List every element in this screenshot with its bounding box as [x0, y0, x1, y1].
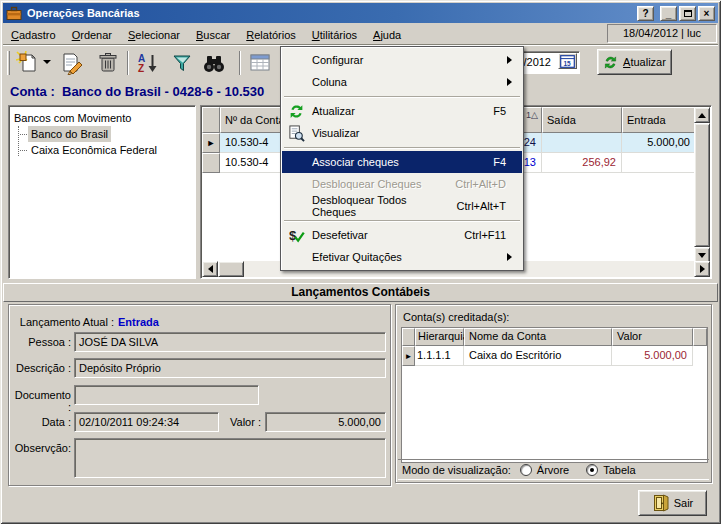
- close-button[interactable]: ×: [698, 6, 715, 21]
- documento-field[interactable]: [74, 385, 259, 405]
- radio-arvore[interactable]: [520, 464, 532, 476]
- delete-icon: [97, 51, 119, 75]
- menu-item-coluna[interactable]: Coluna: [282, 71, 522, 93]
- new-record-dropdown-arrow[interactable]: [43, 60, 51, 68]
- window-title: Operações Bancárias: [27, 7, 635, 19]
- menu-item-label: Associar cheques: [312, 156, 399, 168]
- app-briefcase-icon: [6, 6, 22, 21]
- menu-separator: [284, 147, 520, 148]
- scroll-right-button[interactable]: [694, 261, 710, 277]
- refresh-button[interactable]: Atualizar: [597, 49, 672, 75]
- help-button[interactable]: ?: [637, 6, 654, 21]
- new-record-icon: [16, 51, 40, 75]
- menu-bar: Cadastro Ordenar Selecionar Buscar Relat…: [3, 25, 409, 44]
- grid-header-saida[interactable]: Saída: [542, 107, 622, 133]
- row-marker: [202, 153, 220, 173]
- toolbar-separator: [239, 51, 241, 75]
- tree-item-caixa-economica[interactable]: Caixa Econômica Federal: [28, 142, 160, 158]
- tree-item-banco-do-brasil[interactable]: Banco do Brasil: [28, 126, 111, 142]
- valor-label: Valor :: [224, 416, 261, 428]
- scroll-left-button[interactable]: [202, 261, 218, 277]
- pessoa-field[interactable]: JOSÉ DA SILVA: [74, 332, 386, 352]
- menu-item-label: Desbloquear Todos Cheques: [312, 194, 438, 218]
- view-mode-label: Modo de visualização:: [402, 464, 511, 476]
- svg-text:A: A: [138, 53, 145, 64]
- vertical-scroll-thumb[interactable]: [694, 123, 710, 247]
- refresh-icon: [603, 55, 618, 70]
- menu-cadastro[interactable]: Cadastro: [3, 27, 64, 43]
- right-arrow-icon: [700, 265, 709, 273]
- menu-item-atualizar[interactable]: Atualizar F5: [282, 100, 522, 122]
- grid-icon: [248, 51, 272, 75]
- descricao-field[interactable]: Depósito Próprio: [74, 358, 386, 378]
- credited-header-nome[interactable]: Nome da Conta: [464, 328, 612, 346]
- data-field[interactable]: 02/10/2011 09:24:34: [74, 412, 219, 432]
- menu-ajuda[interactable]: Ajuda: [365, 27, 409, 43]
- menu-shortcut: F5: [475, 105, 506, 117]
- menu-item-label: Atualizar: [312, 105, 355, 117]
- observacao-label: Observção:: [9, 442, 71, 454]
- submenu-arrow-icon: [507, 56, 516, 64]
- minimize-button[interactable]: _: [660, 6, 677, 21]
- menu-item-label: Desefetivar: [312, 229, 368, 241]
- money-check-icon: $: [288, 227, 305, 244]
- credited-header-filler: [693, 328, 707, 346]
- svg-text:Z: Z: [138, 63, 144, 74]
- sort-button[interactable]: A Z: [135, 50, 161, 76]
- current-entry-value: Entrada: [118, 316, 238, 328]
- horizontal-scroll-thumb[interactable]: [218, 261, 244, 277]
- find-button[interactable]: [201, 50, 227, 76]
- banks-tree-panel: Bancos com Movimento Banco do Brasil Cai…: [8, 105, 196, 279]
- grid-vertical-scrollbar[interactable]: [694, 107, 710, 263]
- current-entry-label: Lançamento Atual :: [9, 316, 114, 328]
- view-mode-strip: Modo de visualização: Árvore Tabela: [398, 459, 709, 480]
- radio-tabela-label[interactable]: Tabela: [603, 464, 635, 476]
- new-record-button[interactable]: [15, 50, 41, 76]
- tree-root-bancos[interactable]: Bancos com Movimento: [11, 110, 134, 126]
- submenu-arrow-icon: [507, 253, 516, 261]
- menu-ordenar[interactable]: Ordenar: [64, 27, 120, 43]
- sort-order-indicator: 1△: [526, 110, 538, 120]
- menu-item-visualizar[interactable]: Visualizar: [282, 122, 522, 144]
- svg-text:$: $: [289, 228, 297, 243]
- valor-field[interactable]: 5.000,00: [265, 412, 386, 432]
- menu-selecionar[interactable]: Selecionar: [120, 27, 188, 43]
- exit-button[interactable]: Sair: [638, 490, 707, 516]
- menu-item-desbloquear-cheques: Desbloquear Cheques Ctrl+Alt+D: [282, 173, 522, 195]
- credited-row[interactable]: ► 1.1.1.1 Caixa do Escritório 5.000,00: [402, 346, 707, 366]
- menu-shortcut: F4: [475, 156, 506, 168]
- account-header: Conta : Banco do Brasil - 0428-6 - 10.53…: [10, 84, 264, 99]
- menu-item-efetivar-quitacoes[interactable]: Efetivar Quitações: [282, 246, 522, 268]
- menu-item-desbloquear-todos[interactable]: Desbloquear Todos Cheques Ctrl+Alt+T: [282, 195, 522, 217]
- grid-header-entrada[interactable]: Entrada: [622, 107, 696, 133]
- credited-header-valor[interactable]: Valor: [612, 328, 693, 346]
- radio-tabela[interactable]: [586, 464, 598, 476]
- menu-relatorios[interactable]: Relatórios: [238, 27, 304, 43]
- menu-buscar[interactable]: Buscar: [188, 27, 238, 43]
- credited-row-marker: ►: [402, 346, 415, 366]
- toolbar-drag-handle[interactable]: [7, 51, 10, 75]
- up-arrow-icon: [698, 109, 706, 118]
- menu-utilitarios[interactable]: Utilitários: [304, 27, 365, 43]
- left-arrow-icon: [204, 265, 213, 273]
- observacao-field[interactable]: [74, 438, 386, 478]
- edit-record-button[interactable]: [59, 50, 85, 76]
- grid-view-button[interactable]: [247, 50, 273, 76]
- menu-shortcut: Ctrl+Alt+D: [437, 178, 506, 190]
- menu-item-associar-cheques[interactable]: Associar cheques F4: [282, 151, 522, 173]
- credited-header-hierarquia[interactable]: Hierarquia: [415, 328, 464, 346]
- menu-item-configurar[interactable]: Configurar: [282, 49, 522, 71]
- menu-item-label: Coluna: [312, 76, 347, 88]
- sort-az-icon: A Z: [136, 51, 160, 75]
- scroll-up-button[interactable]: [694, 107, 710, 123]
- menu-separator: [284, 96, 520, 97]
- radio-arvore-label[interactable]: Árvore: [537, 464, 569, 476]
- menu-item-label: Configurar: [312, 54, 363, 66]
- delete-button[interactable]: [95, 50, 121, 76]
- door-exit-icon: [652, 494, 669, 512]
- maximize-button[interactable]: [679, 6, 696, 21]
- filter-button[interactable]: [169, 50, 195, 76]
- menu-item-desefetivar[interactable]: $ Desefetivar Ctrl+F11: [282, 224, 522, 246]
- calendar-button[interactable]: 15: [558, 53, 577, 69]
- menu-item-label: Desbloquear Cheques: [312, 178, 421, 190]
